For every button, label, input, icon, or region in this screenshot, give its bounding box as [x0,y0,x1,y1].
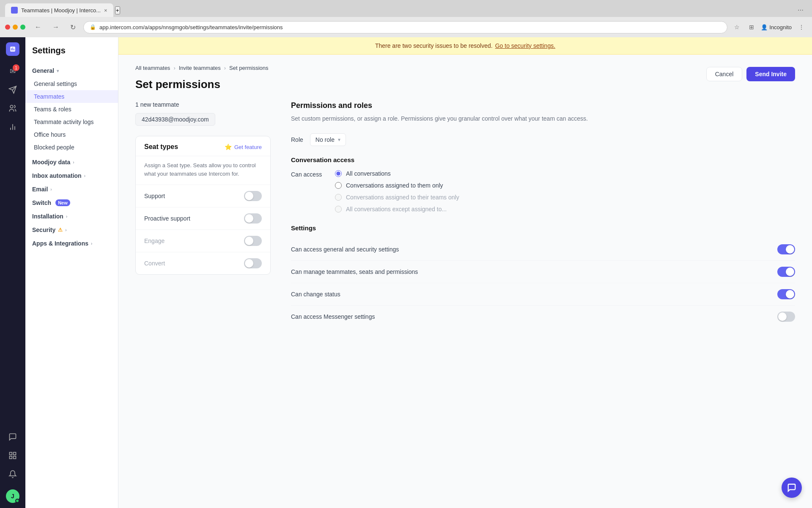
settings-row-messenger-settings: Can access Messenger settings [291,306,795,328]
sidebar-group-email[interactable]: Email › [25,182,118,196]
security-settings-link[interactable]: Go to security settings. [495,42,555,49]
seat-item-proactive-support: Proactive support [136,207,270,230]
lock-icon: 🔒 [90,24,96,30]
chat-bubble-button[interactable] [782,478,802,498]
settings-general-security-toggle[interactable] [777,244,795,254]
sidebar-group-moodjoy-data[interactable]: Moodjoy data › [25,155,118,169]
sidebar-item-teams-roles[interactable]: Teams & roles [25,103,118,116]
app-layout: ✉ 1 J Settings [0,37,812,508]
sidebar-group-apps-integrations[interactable]: Apps & Integrations › [25,237,118,250]
radio-assigned-them-input[interactable] [335,182,342,189]
get-feature-button[interactable]: ⭐ Get feature [225,144,262,150]
seat-convert-toggle[interactable] [244,258,262,268]
svg-rect-3 [14,49,14,50]
sidebar-group-general[interactable]: General ▾ [25,64,118,77]
contacts-icon[interactable] [4,100,21,117]
breadcrumb-invite-teammates[interactable]: Invite teammates [179,65,221,71]
conversation-access-radio-group: All conversations Conversations assigned… [335,170,459,213]
minimize-traffic-light[interactable] [13,25,18,30]
forward-button[interactable]: → [49,22,63,33]
cancel-button[interactable]: Cancel [706,67,743,81]
seat-support-label: Support [144,193,165,199]
role-dropdown[interactable]: No role ▾ [310,133,346,146]
settings-manage-teammates-label: Can manage teammates, seats and permissi… [291,268,418,275]
tab-bar: Teammates | Moodjoy | Interco... × + ⋯ [0,0,812,17]
window-controls[interactable]: ⋯ [798,7,804,14]
radio-all-conversations-input[interactable] [335,170,342,177]
bookmark-button[interactable]: ☆ [732,22,742,32]
seat-support-toggle[interactable] [244,191,262,201]
settings-change-status-toggle[interactable] [777,289,795,299]
traffic-lights [5,25,25,30]
left-column: 1 new teammate 42d43938@moodjoy.com Seat… [135,101,271,328]
page-title: Set permissions [135,78,795,91]
seat-engage-label: Engage [144,237,165,244]
inbox-icon[interactable]: ✉ 1 [4,63,21,80]
apps-icon[interactable] [4,447,21,464]
svg-rect-9 [14,453,16,455]
sidebar-item-teammates[interactable]: Teammates [25,90,118,103]
sidebar-item-office-hours[interactable]: Office hours [25,128,118,141]
radio-assigned-teams[interactable]: Conversations assigned to their teams on… [335,194,459,201]
notifications-icon[interactable] [4,466,21,483]
inbox-automation-chevron: › [84,174,85,178]
sidebar-item-blocked-people[interactable]: Blocked people [25,141,118,154]
user-avatar[interactable]: J [6,489,19,503]
radio-all-conversations[interactable]: All conversations [335,170,459,177]
incognito-indicator: 👤 Incognito [761,24,792,30]
campaigns-icon[interactable] [4,81,21,98]
address-bar-row: ← → ↻ 🔒 app.intercom.com/a/apps/nnsgmgob… [0,17,812,37]
inbox-badge: 1 [13,64,19,71]
seat-engage-toggle[interactable] [244,236,262,246]
sidebar-group-installation[interactable]: Installation › [25,210,118,223]
email-chevron: › [50,187,52,192]
maximize-traffic-light[interactable] [20,25,25,30]
close-traffic-light[interactable] [5,25,10,30]
intercom-logo-icon[interactable] [6,42,19,56]
settings-row-manage-teammates: Can manage teammates, seats and permissi… [291,261,795,283]
tab-title: Teammates | Moodjoy | Interco... [21,7,101,14]
seat-item-convert: Convert [136,252,270,274]
reports-icon[interactable] [4,119,21,135]
settings-messenger-toggle[interactable] [777,312,795,322]
settings-messenger-label: Can access Messenger settings [291,313,375,320]
sidebar-item-general-settings[interactable]: General settings [25,77,118,90]
send-invite-button[interactable]: Send Invite [746,67,795,81]
browser-menu-button[interactable]: ⋮ [796,22,807,32]
url-text: app.intercom.com/a/apps/nnsgmgob/setting… [99,24,283,30]
extensions-button[interactable]: ⊞ [746,22,757,32]
action-buttons: Cancel Send Invite [706,67,795,81]
apps-integrations-chevron: › [91,241,92,246]
refresh-button[interactable]: ↻ [67,22,79,33]
back-button[interactable]: ← [31,22,45,33]
radio-assigned-them[interactable]: Conversations assigned to them only [335,182,459,189]
breadcrumb-current: Set permissions [229,65,268,71]
sidebar-group-inbox-automation[interactable]: Inbox automation › [25,169,118,182]
settings-manage-teammates-toggle[interactable] [777,267,795,277]
role-dropdown-chevron: ▾ [338,137,340,143]
radio-except-assigned-input [335,206,342,213]
new-tab-button[interactable]: + [115,6,120,14]
tab-close-button[interactable]: × [104,7,107,14]
svg-rect-10 [14,456,16,459]
url-bar[interactable]: 🔒 app.intercom.com/a/apps/nnsgmgob/setti… [83,21,727,33]
breadcrumb-all-teammates[interactable]: All teammates [135,65,170,71]
radio-assigned-teams-input [335,194,342,201]
sidebar-group-switch[interactable]: Switch New [25,196,118,210]
radio-except-assigned[interactable]: All conversations except assigned to... [335,206,459,213]
active-tab[interactable]: Teammates | Moodjoy | Interco... × [5,3,113,17]
seat-convert-label: Convert [144,260,165,267]
seat-proactive-support-label: Proactive support [144,215,190,222]
sidebar-item-activity-logs[interactable]: Teammate activity logs [25,116,118,128]
role-label: Role [291,136,303,143]
seat-item-engage: Engage [136,230,270,252]
sidebar-group-security[interactable]: Security ⚠ › [25,223,118,237]
settings-row-general-security: Can access general and security settings [291,238,795,261]
icon-rail: ✉ 1 J [0,37,25,508]
help-icon[interactable] [4,428,21,445]
seat-proactive-support-toggle[interactable] [244,213,262,224]
general-chevron: ▾ [57,69,59,73]
sidebar-general-section: General ▾ General settings Teammates Tea… [25,64,118,154]
breadcrumb: All teammates › Invite teammates › Set p… [135,65,795,71]
general-label: General [32,67,54,74]
